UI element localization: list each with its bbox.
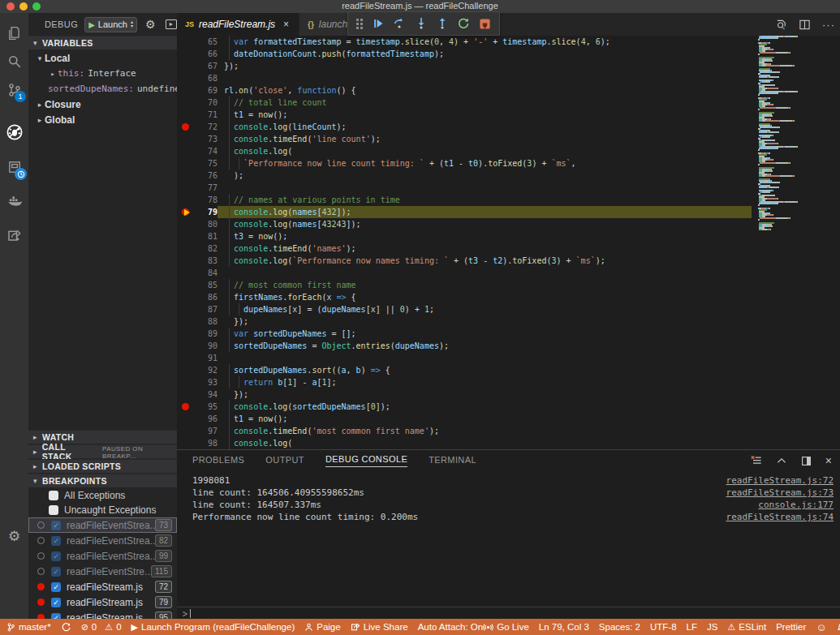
- scope-local[interactable]: ▾Local: [28, 50, 177, 66]
- breakpoint-gutter[interactable]: [177, 133, 195, 145]
- tab-readfilestream[interactable]: JS readFileStream.js ×: [177, 13, 299, 36]
- code-line-71[interactable]: 71 t1 = now();: [177, 109, 840, 121]
- panel-tab-problems[interactable]: PROBLEMS: [192, 455, 244, 467]
- debug-console-toggle-icon[interactable]: ▸: [166, 19, 178, 29]
- code-line-77[interactable]: 77: [177, 182, 840, 194]
- code-editor[interactable]: 65 var formattedTimestamp = timestamp.sl…: [177, 36, 840, 449]
- close-panel-icon[interactable]: ×: [825, 454, 832, 467]
- breakpoint-gutter[interactable]: [177, 230, 195, 242]
- window-clock-icon[interactable]: [0, 154, 28, 180]
- code-line-79[interactable]: 79 console.log(names[432]);: [177, 206, 840, 218]
- live-share-button[interactable]: Live Share: [351, 622, 408, 632]
- docker-whale-icon[interactable]: [0, 188, 28, 214]
- breakpoint-gutter[interactable]: [177, 145, 195, 157]
- code-line-84[interactable]: 84: [177, 267, 840, 279]
- code-line-91[interactable]: 91: [177, 352, 840, 364]
- feedback-smiley-icon[interactable]: ☺: [816, 621, 826, 633]
- breakpoint-gutter[interactable]: [177, 182, 195, 194]
- code-line-68[interactable]: 68: [177, 72, 840, 84]
- continue-button[interactable]: [372, 17, 385, 30]
- encoding-indicator[interactable]: UTF-8: [650, 622, 677, 632]
- sync-icon[interactable]: [61, 622, 71, 633]
- variable-this[interactable]: ▸this:Interface: [28, 66, 177, 81]
- call-stack-section-header[interactable]: ▸ CALL STACK PAUSED ON BREAKP...: [28, 444, 177, 458]
- breakpoint-row[interactable]: ✓readFileStream.js72: [28, 579, 177, 594]
- debug-icon[interactable]: [0, 119, 28, 145]
- code-line-78[interactable]: 78 // names at various points in time: [177, 194, 840, 206]
- exception-checkbox-row[interactable]: All Exceptions: [28, 488, 177, 503]
- source-location-link[interactable]: readFileStream.js:74: [726, 511, 834, 523]
- breakpoint-row[interactable]: ✓readFileEventStrea...99: [28, 548, 177, 564]
- code-line-87[interactable]: 87 dupeNames[x] = (dupeNames[x] || 0) + …: [177, 303, 840, 315]
- breakpoint-gutter[interactable]: [177, 279, 195, 291]
- breakpoint-gutter[interactable]: [177, 364, 195, 376]
- code-line-90[interactable]: 90 sortedDupeNames = Object.entries(dupe…: [177, 340, 840, 352]
- scope-closure[interactable]: ▸Closure: [28, 97, 177, 112]
- breakpoints-section-header[interactable]: ▾ BREAKPOINTS: [28, 474, 177, 487]
- checkbox-checked[interactable]: ✓: [51, 551, 61, 561]
- code-line-85[interactable]: 85 // most common first name: [177, 279, 840, 291]
- source-location-link[interactable]: console.js:177: [758, 499, 834, 511]
- variable-sortedDupeNames[interactable]: sortedDupeNames:undefined: [28, 81, 177, 97]
- user-indicator[interactable]: Paige: [304, 622, 340, 633]
- breakpoint-gutter[interactable]: [177, 121, 195, 133]
- code-line-66[interactable]: 66 dateDonationCount.push(formattedTimes…: [177, 48, 840, 60]
- eslint-status[interactable]: ⚠ ESLint: [727, 622, 766, 633]
- step-into-button[interactable]: [415, 17, 428, 30]
- code-line-76[interactable]: 76 );: [177, 169, 840, 182]
- code-line-73[interactable]: 73 console.timeEnd('line count');: [177, 133, 840, 145]
- code-line-75[interactable]: 75 `Performance now line count timing: `…: [177, 157, 840, 169]
- code-line-92[interactable]: 92 sortedDupeNames.sort((a, b) => {: [177, 364, 840, 376]
- breakpoint-row[interactable]: ✓readFileEventStrea...82: [28, 533, 177, 548]
- code-line-93[interactable]: 93 return b[1] - a[1];: [177, 376, 840, 388]
- eol-indicator[interactable]: LF: [687, 622, 697, 632]
- breakpoint-gutter[interactable]: [177, 315, 195, 328]
- scope-global[interactable]: ▸Global: [28, 112, 177, 127]
- step-over-button[interactable]: [393, 17, 406, 30]
- breakpoint-gutter[interactable]: [177, 157, 195, 169]
- debug-console-input[interactable]: >: [177, 607, 840, 620]
- breakpoint-gutter[interactable]: [177, 97, 195, 109]
- restart-button[interactable]: [457, 17, 470, 30]
- code-line-97[interactable]: 97 console.timeEnd('most common first na…: [177, 425, 840, 437]
- checkbox-checked[interactable]: ✓: [51, 613, 61, 620]
- manage-gear-icon[interactable]: ⚙: [0, 523, 28, 549]
- breakpoint-gutter[interactable]: [177, 425, 195, 437]
- source-location-link[interactable]: readFileStream.js:73: [726, 487, 834, 499]
- breakpoint-gutter[interactable]: [177, 267, 195, 279]
- code-line-70[interactable]: 70 // total line count: [177, 97, 840, 109]
- breakpoint-gutter[interactable]: [177, 48, 195, 60]
- code-line-67[interactable]: 67});: [177, 60, 840, 72]
- code-line-74[interactable]: 74 console.log(: [177, 145, 840, 157]
- source-control-icon[interactable]: 1: [0, 77, 28, 103]
- breakpoint-gutter[interactable]: [177, 84, 195, 97]
- code-line-95[interactable]: 95 console.log(sortedDupeNames[0]);: [177, 401, 840, 413]
- code-line-98[interactable]: 98 console.log(: [177, 437, 840, 449]
- breakpoint-gutter[interactable]: [177, 401, 195, 413]
- language-indicator[interactable]: JS: [707, 622, 717, 632]
- breakpoint-gutter[interactable]: [177, 437, 195, 449]
- breakpoint-gutter[interactable]: [177, 255, 195, 267]
- code-line-96[interactable]: 96 t1 = now();: [177, 413, 840, 425]
- source-location-link[interactable]: readFileStream.js:72: [726, 474, 834, 487]
- notifications-bell-icon[interactable]: [837, 622, 840, 633]
- panel-tab-debug-console[interactable]: DEBUG CONSOLE: [325, 454, 407, 467]
- panel-tab-output[interactable]: OUTPUT: [265, 455, 304, 467]
- code-line-94[interactable]: 94 });: [177, 388, 840, 401]
- breakpoint-gutter[interactable]: [177, 413, 195, 425]
- breakpoint-row[interactable]: ✓readFileEventStrea...73: [28, 517, 177, 533]
- checkbox-unchecked[interactable]: [49, 491, 58, 500]
- checkbox-checked[interactable]: ✓: [51, 567, 61, 577]
- search-editor-icon[interactable]: [775, 19, 787, 31]
- cursor-position-indicator[interactable]: Ln 79, Col 3: [539, 622, 589, 632]
- launch-program-indicator[interactable]: ▶ Launch Program (readFileChallenge): [131, 622, 295, 633]
- breakpoint-gutter[interactable]: [177, 340, 195, 352]
- panel-tab-terminal[interactable]: TERMINAL: [429, 455, 476, 467]
- breakpoint-gutter[interactable]: [177, 388, 195, 401]
- loaded-scripts-section-header[interactable]: ▸ LOADED SCRIPTS: [28, 459, 177, 473]
- share-arrow-icon[interactable]: [0, 221, 28, 247]
- maximize-panel-icon[interactable]: [776, 456, 787, 466]
- breakpoint-gutter[interactable]: [177, 36, 195, 48]
- variables-section-header[interactable]: ▾ VARIABLES: [28, 36, 177, 49]
- start-debug-icon[interactable]: ▶: [88, 20, 95, 29]
